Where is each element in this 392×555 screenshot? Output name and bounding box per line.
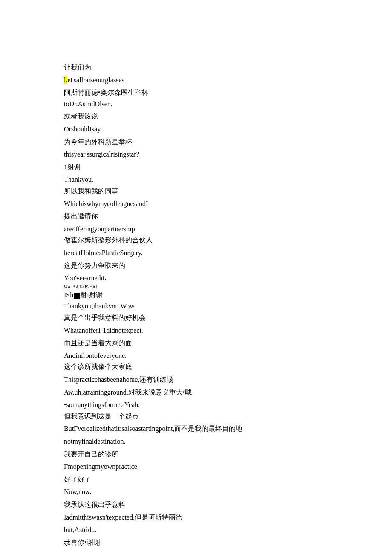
text-line-39: 恭喜你•谢谢 — [64, 537, 328, 548]
line-text: et'sallraiseourglasses — [67, 76, 124, 84]
text-line-29: 但我意识到这是一个起点 — [64, 411, 328, 422]
text-line-30: ButΓverealizedthatit:salsoastartingpoint… — [64, 423, 328, 434]
text-line-5: OrshouldIsay — [64, 124, 328, 135]
text-line-15: hereatHolmesPlasticSurgery. — [64, 247, 328, 259]
text-line-0: 让我们为 — [64, 62, 328, 73]
text-line-7: thisyear'ssurgicalrisingstar? — [64, 149, 328, 160]
text-line-38: but,Astrid... — [64, 524, 328, 535]
text-line-4: 或者我该说 — [64, 111, 328, 122]
document-body: 让我们为l.et'sallraiseourglasses阿斯特丽德•奥尔森医生举… — [64, 62, 328, 548]
text-line-23: 而且还是当着大家的面 — [64, 337, 328, 349]
text-line-34: 好了好了 — [64, 474, 328, 485]
text-line-35: Now,now. — [64, 486, 328, 497]
text-line-16: 这是你努力争取来的 — [64, 260, 328, 271]
text-line-10: 所以我和我的同事 — [64, 186, 328, 197]
text-line-26: Thispracticehasbeenahome,还有训练场 — [64, 374, 328, 385]
text-line-2: 阿斯特丽德•奥尔森医生举杯 — [64, 87, 328, 98]
text-line-36: 我承认这很出乎意料 — [64, 499, 328, 510]
text-line-19: ISh射i射谢 — [64, 290, 328, 301]
text-line-33: Γmopeningmyownpractice. — [64, 461, 328, 472]
text-line-32: 我要开自己的诊所 — [64, 449, 328, 460]
text-line-24: Andinfrontofeveryone. — [64, 350, 328, 361]
text-line-12: 提出邀请你 — [64, 211, 328, 222]
text-line-31: notmyfinaldestination. — [64, 436, 328, 447]
text-line-8: 1射谢 — [64, 162, 328, 173]
text-line-20: Thankyou,thankyou.Wow — [64, 301, 328, 312]
black-square-icon — [74, 293, 80, 299]
text-line-11: WhichiswhymycolleaguesandI — [64, 198, 328, 209]
text-line-17: You'veearnedit. — [64, 273, 328, 284]
line-text: 射i射谢 — [80, 291, 102, 299]
text-line-37: Iadmitthiswasn'texpected,但是阿斯特丽德 — [64, 512, 328, 523]
text-line-18: ¼A1*A1¼lSi*Ai — [64, 284, 328, 290]
text-line-13: areofferingyoupartnership — [64, 224, 328, 235]
text-line-6: 为今年的外科新星举杯 — [64, 137, 328, 148]
text-line-25: 这个诊所就像个大家庭 — [64, 361, 328, 372]
text-line-27: Aw.uh,atrainingground,对我来说意义重大•嗯 — [64, 387, 328, 398]
line-prefix: ISh — [64, 291, 73, 299]
text-line-3: toDr.AstridOlsen. — [64, 99, 328, 110]
text-line-28: •somanythingsforme.-Yeah. — [64, 399, 328, 410]
text-line-9: Thankyou. — [64, 174, 328, 185]
text-line-22: WhatanofferI-1didnotexpect. — [64, 325, 328, 336]
text-line-21: 真是个出乎我意料的好机会 — [64, 312, 328, 323]
text-line-14: 做霍尔姆斯整形外科的合伙人 — [64, 235, 328, 246]
text-line-1: l.et'sallraiseourglasses — [64, 75, 328, 86]
